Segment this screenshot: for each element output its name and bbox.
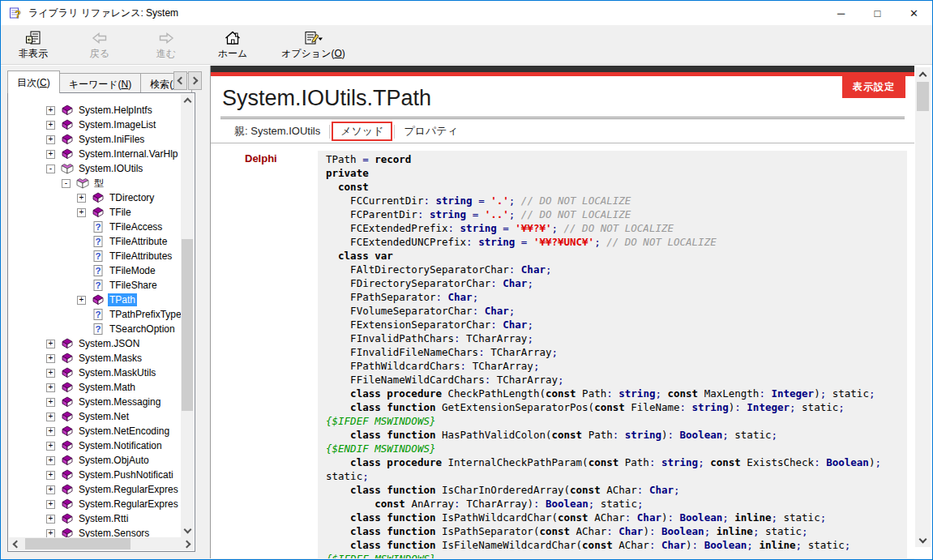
expand-plus-icon[interactable]: + [77,194,86,203]
expand-plus-icon[interactable]: + [46,456,55,465]
expand-plus-icon[interactable]: + [77,296,86,305]
expand-plus-icon[interactable]: + [46,485,55,494]
tree-item-label[interactable]: TFileMode [108,264,157,277]
tree-item-label[interactable]: TFileShare [108,279,159,292]
expand-plus-icon[interactable]: + [46,442,55,451]
tree-item-label[interactable]: System.HelpIntfs [77,104,154,117]
tree-item-label[interactable]: System.Rtti [77,512,130,525]
expand-plus-icon[interactable]: + [46,121,55,130]
tree-item[interactable]: -System.IOUtils [9,161,181,176]
tree-item[interactable]: +TFile [9,205,181,220]
tree-item[interactable]: +System.HelpIntfs [9,103,181,118]
tree-item[interactable]: -型 [9,176,181,190]
tree-item-label[interactable]: TFile [108,206,133,219]
parent-unit-link[interactable]: 親: System.IOUtils [225,122,329,140]
tree-item-label[interactable]: TDirectory [108,191,156,204]
tree-item-label[interactable]: TSearchOption [108,323,177,336]
tree-item-label[interactable]: System.IOUtils [77,162,144,175]
expand-plus-icon[interactable]: + [46,398,55,407]
hide-pane-button[interactable]: 非表示 [12,28,54,62]
tree-item-label[interactable]: System.Math [77,381,137,394]
expand-plus-icon[interactable]: + [46,106,55,115]
expand-plus-icon[interactable]: + [46,340,55,348]
options-button[interactable]: オプション(O) [278,28,349,62]
content-vscroll-thumb[interactable] [917,82,929,111]
home-button[interactable]: ホーム [212,28,254,62]
tree-item[interactable]: +System.ImageList [9,118,181,132]
tree-item-label[interactable]: System.Internal.VarHlp [77,147,180,160]
expand-plus-icon[interactable]: + [46,529,55,538]
tree-horizontal-scrollbar[interactable] [9,537,194,550]
tree-item[interactable]: +System.JSON [9,336,181,351]
tree-item-label[interactable]: System.Masks [77,352,143,365]
tree-item-label[interactable]: TFileAttribute [108,235,169,248]
properties-link[interactable]: プロパティ [395,122,467,140]
expand-plus-icon[interactable]: + [46,369,55,378]
tree-item-label[interactable]: System.RegularExpres [77,483,180,496]
tree-hscroll-thumb[interactable] [25,538,131,549]
tree-item[interactable]: ?TFileAccess [9,220,181,234]
expand-plus-icon[interactable]: + [46,383,55,392]
tree-item-label[interactable]: 型 [92,176,105,191]
forward-button[interactable]: 進む [145,28,187,62]
back-button[interactable]: 戻る [79,28,121,62]
scroll-up-icon[interactable] [181,94,194,107]
tab-keyword[interactable]: キーワード(N) [59,73,142,93]
tree-item[interactable]: +System.Messaging [9,395,181,409]
tree-item[interactable]: +System.Sensors [9,526,181,537]
tree-item[interactable]: +System.IniFiles [9,132,181,147]
tree-item-label[interactable]: System.Messaging [77,395,162,408]
expand-plus-icon[interactable]: + [46,427,55,436]
minimize-button[interactable]: ─ [823,2,859,25]
tree-item-label[interactable]: System.ObjAuto [77,454,151,467]
tree-item[interactable]: ?TFileAttribute [9,234,181,249]
tree-item-label[interactable]: System.Sensors [77,527,151,537]
tree-item-label[interactable]: TFileAccess [108,220,164,233]
tree-item[interactable]: ?TFileMode [9,263,181,278]
tree-item-label[interactable]: TPath [108,293,137,306]
tree-item[interactable]: +System.Notification [9,438,181,453]
content-vertical-scrollbar[interactable] [915,67,931,547]
scroll-up-icon[interactable] [915,67,931,81]
tree-item-label[interactable]: System.MaskUtils [77,366,157,379]
expand-plus-icon[interactable]: + [46,515,55,524]
tree-item-label[interactable]: System.Notification [77,439,164,452]
tree-item-label[interactable]: System.RegularExpres [77,498,180,511]
expand-plus-icon[interactable]: + [46,354,55,363]
expand-plus-icon[interactable]: + [46,150,55,159]
tree-item-label[interactable]: System.PushNotificati [77,468,175,481]
tree-item[interactable]: +TPath [9,293,181,307]
tree-item[interactable]: +System.ObjAuto [9,453,181,468]
scroll-down-icon[interactable] [181,524,194,537]
collapse-minus-icon[interactable]: - [62,179,71,188]
methods-link[interactable]: メソッド [332,122,392,141]
tree-item-label[interactable]: TFileAttributes [108,250,173,263]
expand-plus-icon[interactable]: + [77,208,86,217]
expand-plus-icon[interactable]: + [46,413,55,421]
display-settings-button[interactable]: 表示設定 [842,76,905,98]
tree-item[interactable]: ?TFileShare [9,278,181,293]
tree-item[interactable]: +System.Rtti [9,511,181,526]
tree-item[interactable]: +System.RegularExpres [9,482,181,497]
tree-item[interactable]: +System.MaskUtils [9,365,181,380]
collapse-minus-icon[interactable]: - [46,165,55,173]
tree-item[interactable]: ?TFileAttributes [9,249,181,263]
tree-item-label[interactable]: System.ImageList [77,118,157,131]
tab-scroll-right-button[interactable] [188,71,202,90]
close-button[interactable]: ✕ [896,2,932,25]
tree-item[interactable]: +System.Masks [9,351,181,365]
tree-item-label[interactable]: System.JSON [77,337,141,350]
tree-vscroll-thumb[interactable] [182,239,193,411]
expand-plus-icon[interactable]: + [46,135,55,144]
scroll-right-icon[interactable] [181,537,194,550]
expand-plus-icon[interactable]: + [46,471,55,480]
tree-item[interactable]: +System.PushNotificati [9,468,181,482]
tree-item-label[interactable]: System.NetEncoding [77,425,171,438]
tree-vertical-scrollbar[interactable] [181,94,194,537]
tree-item-label[interactable]: System.IniFiles [77,133,146,146]
tree-item[interactable]: +System.RegularExpres [9,497,181,511]
tree-item-label[interactable]: TPathPrefixType [108,308,181,321]
tree-item[interactable]: +System.Net [9,409,181,424]
maximize-button[interactable]: □ [859,2,896,25]
tree-item[interactable]: ?TSearchOption [9,322,181,336]
